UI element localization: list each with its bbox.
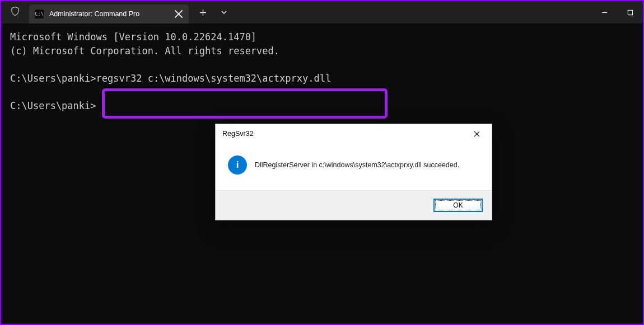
terminal-prompt: C:\Users\panki> — [10, 100, 96, 111]
window-controls — [591, 1, 643, 23]
info-icon: i — [228, 156, 247, 175]
terminal-prompt: C:\Users\panki> — [10, 73, 96, 84]
terminal-command: regsvr32 c:\windows\system32\actxprxy.dl… — [96, 73, 332, 84]
maximize-button[interactable] — [617, 1, 643, 23]
dialog-button-row: OK — [216, 190, 492, 220]
tab-dropdown-button[interactable] — [214, 4, 234, 21]
terminal-tab[interactable]: C:\ Administrator: Command Pro — [29, 4, 189, 23]
window-titlebar: C:\ Administrator: Command Pro — [1, 1, 643, 23]
highlight-annotation — [102, 88, 388, 119]
dialog-content: i DllRegisterServer in c:\windows\system… — [216, 143, 492, 190]
dialog-titlebar[interactable]: RegSvr32 — [216, 124, 492, 143]
shield-icon — [10, 6, 20, 18]
ok-button[interactable]: OK — [433, 199, 483, 212]
dialog-title: RegSvr32 — [222, 130, 465, 138]
dialog-message: DllRegisterServer in c:\windows\system32… — [255, 161, 459, 169]
uac-shield-area — [1, 6, 29, 18]
cmd-icon: C:\ — [35, 10, 44, 18]
tab-close-button[interactable] — [174, 10, 183, 18]
regsvr32-dialog: RegSvr32 i DllRegisterServer in c:\windo… — [215, 124, 492, 220]
minimize-button[interactable] — [591, 1, 617, 23]
terminal-line: Microsoft Windows [Version 10.0.22624.14… — [10, 31, 256, 43]
tab-actions — [193, 4, 234, 21]
new-tab-button[interactable] — [193, 4, 212, 21]
svg-rect-0 — [628, 10, 632, 15]
terminal-line: (c) Microsoft Corporation. All rights re… — [10, 45, 279, 56]
tab-title: Administrator: Command Pro — [49, 10, 169, 18]
dialog-close-button[interactable] — [465, 125, 488, 142]
